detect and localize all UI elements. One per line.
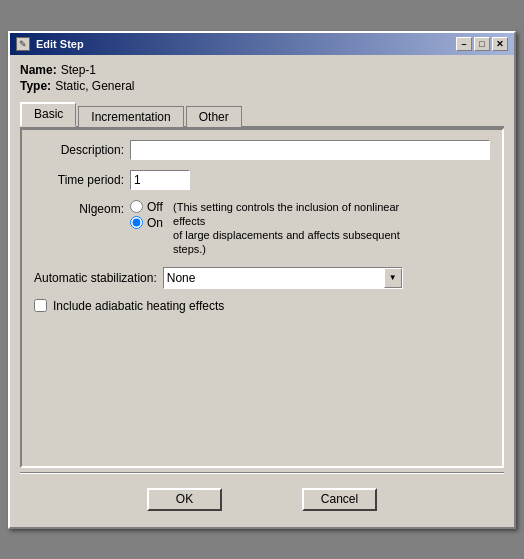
ok-button[interactable]: OK — [147, 488, 222, 511]
nlgeom-off-row: Off — [130, 200, 163, 214]
type-row: Type: Static, General — [20, 79, 504, 93]
description-input[interactable] — [130, 140, 490, 160]
adiabatic-label: Include adiabatic heating effects — [53, 299, 224, 313]
title-bar-left: ✎ Edit Step — [16, 37, 84, 51]
auto-stab-select[interactable]: None Specify dissipated energy fraction … — [163, 267, 403, 289]
nlgeom-off-radio[interactable] — [130, 200, 143, 213]
nlgeom-on-radio[interactable] — [130, 216, 143, 229]
button-row: OK Cancel — [20, 478, 504, 519]
name-row: Name: Step-1 — [20, 63, 504, 77]
description-label: Description: — [34, 143, 124, 157]
window-title: Edit Step — [36, 38, 84, 50]
nlgeom-label: Nlgeom: — [34, 200, 124, 216]
nlgeom-hint-line1: (This setting controls the inclusion of … — [173, 201, 399, 227]
time-period-input[interactable] — [130, 170, 190, 190]
button-divider — [20, 472, 504, 474]
time-period-label: Time period: — [34, 173, 124, 187]
close-button[interactable]: ✕ — [492, 37, 508, 51]
adiabatic-checkbox-row: Include adiabatic heating effects — [34, 299, 490, 313]
nlgeom-options: Off On — [130, 200, 163, 230]
time-period-row: Time period: — [34, 170, 490, 190]
name-value: Step-1 — [61, 63, 96, 77]
tab-incrementation[interactable]: Incrementation — [78, 106, 183, 127]
window-icon: ✎ — [16, 37, 30, 51]
adiabatic-checkbox[interactable] — [34, 299, 47, 312]
type-value: Static, General — [55, 79, 134, 93]
tabs-container: Basic Incrementation Other — [20, 101, 504, 128]
tab-basic[interactable]: Basic — [20, 102, 76, 127]
nlgeom-off-label: Off — [147, 200, 163, 214]
auto-stab-label: Automatic stabilization: — [34, 271, 157, 285]
window-content: Name: Step-1 Type: Static, General Basic… — [10, 55, 514, 527]
nlgeom-controls: Off On (This setting controls the inclus… — [130, 200, 423, 257]
nlgeom-on-row: On — [130, 216, 163, 230]
maximize-button[interactable]: □ — [474, 37, 490, 51]
tab-other[interactable]: Other — [186, 106, 242, 127]
title-bar-buttons: – □ ✕ — [456, 37, 508, 51]
auto-stab-row: Automatic stabilization: None Specify di… — [34, 267, 490, 289]
edit-step-window: ✎ Edit Step – □ ✕ Name: Step-1 Type: Sta… — [8, 31, 516, 529]
name-label: Name: — [20, 63, 57, 77]
minimize-button[interactable]: – — [456, 37, 472, 51]
nlgeom-hint: (This setting controls the inclusion of … — [173, 200, 423, 257]
title-bar: ✎ Edit Step – □ ✕ — [10, 33, 514, 55]
nlgeom-row: Nlgeom: Off On (This setting control — [34, 200, 490, 257]
nlgeom-hint-line2: of large displacements and affects subse… — [173, 229, 400, 255]
type-label: Type: — [20, 79, 51, 93]
cancel-button[interactable]: Cancel — [302, 488, 377, 511]
nlgeom-on-label: On — [147, 216, 163, 230]
description-row: Description: — [34, 140, 490, 160]
tab-content-basic: Description: Time period: Nlgeom: Off — [20, 128, 504, 468]
auto-stab-select-wrapper: None Specify dissipated energy fraction … — [163, 267, 403, 289]
